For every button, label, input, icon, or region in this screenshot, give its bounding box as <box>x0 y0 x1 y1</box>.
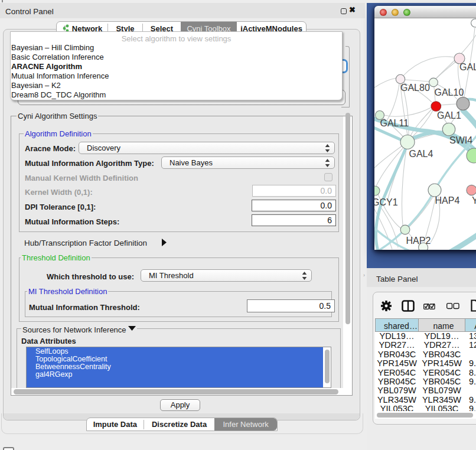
svg-text:GAL7: GAL7 <box>459 62 476 72</box>
svg-text:GAL80: GAL80 <box>400 83 430 93</box>
svg-text:GCY1: GCY1 <box>374 197 398 207</box>
svg-text:HAP4: HAP4 <box>435 195 460 206</box>
svg-text:GAL11: GAL11 <box>380 118 409 128</box>
svg-text:SWI4: SWI4 <box>449 135 472 145</box>
svg-text:Y: Y <box>472 195 476 206</box>
svg-text:GAL1: GAL1 <box>437 110 461 120</box>
svg-text:HAP2: HAP2 <box>406 236 431 246</box>
svg-text:GAL4: GAL4 <box>409 149 433 159</box>
svg-text:GAL10: GAL10 <box>435 87 464 97</box>
